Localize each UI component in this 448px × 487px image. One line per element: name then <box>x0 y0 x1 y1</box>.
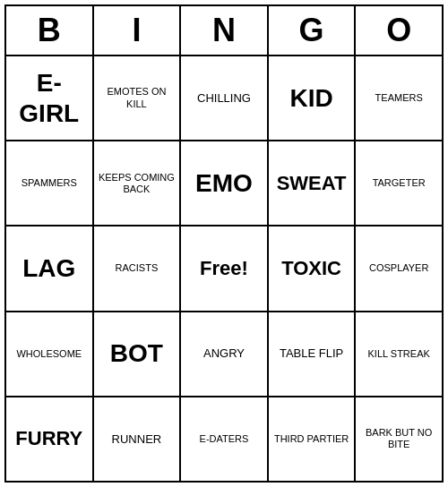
bingo-cell: EMOTES ON KILL <box>94 56 182 140</box>
bingo-cell: TABLE FLIP <box>269 312 357 396</box>
bingo-cell: KID <box>269 56 357 140</box>
bingo-header: BINGO <box>6 6 442 56</box>
bingo-row: E-GIRLEMOTES ON KILLCHILLINGKIDTEAMERS <box>6 56 442 141</box>
bingo-row: WHOLESOMEBOTANGRYTABLE FLIPKILL STREAK <box>6 312 442 397</box>
bingo-cell: FURRY <box>6 397 94 481</box>
bingo-cell: ANGRY <box>181 312 269 396</box>
header-letter: B <box>6 6 94 55</box>
bingo-cell: TOXIC <box>269 226 357 310</box>
bingo-grid: E-GIRLEMOTES ON KILLCHILLINGKIDTEAMERSSP… <box>6 56 442 481</box>
header-letter: G <box>269 6 357 55</box>
header-letter: N <box>181 6 269 55</box>
bingo-card: BINGO E-GIRLEMOTES ON KILLCHILLINGKIDTEA… <box>4 4 444 483</box>
header-letter: O <box>356 6 442 55</box>
bingo-row: LAGRACISTSFree!TOXICCOSPLAYER <box>6 226 442 312</box>
bingo-cell: KILL STREAK <box>356 312 442 396</box>
bingo-cell: BOT <box>94 312 182 396</box>
bingo-row: SPAMMERSKEEPS COMING BACKEMOSWEATTARGETE… <box>6 141 442 226</box>
bingo-cell: COSPLAYER <box>356 226 442 310</box>
bingo-cell: SPAMMERS <box>6 141 94 225</box>
bingo-cell: LAG <box>6 226 94 310</box>
bingo-cell: TEAMERS <box>356 56 442 140</box>
bingo-cell: E-GIRL <box>6 56 94 140</box>
bingo-cell: KEEPS COMING BACK <box>94 141 182 225</box>
bingo-cell: TARGETER <box>356 141 442 225</box>
bingo-row: FURRYRUNNERE-DATERSTHIRD PARTIERBARK BUT… <box>6 397 442 481</box>
bingo-cell: WHOLESOME <box>6 312 94 396</box>
header-letter: I <box>94 6 182 55</box>
bingo-cell: Free! <box>181 226 269 310</box>
bingo-cell: RACISTS <box>94 226 182 310</box>
bingo-cell: RUNNER <box>94 397 182 481</box>
bingo-cell: CHILLING <box>181 56 269 140</box>
bingo-cell: BARK BUT NO BITE <box>356 397 442 481</box>
bingo-cell: THIRD PARTIER <box>269 397 357 481</box>
bingo-cell: SWEAT <box>269 141 357 225</box>
bingo-cell: E-DATERS <box>181 397 269 481</box>
bingo-cell: EMO <box>181 141 269 225</box>
